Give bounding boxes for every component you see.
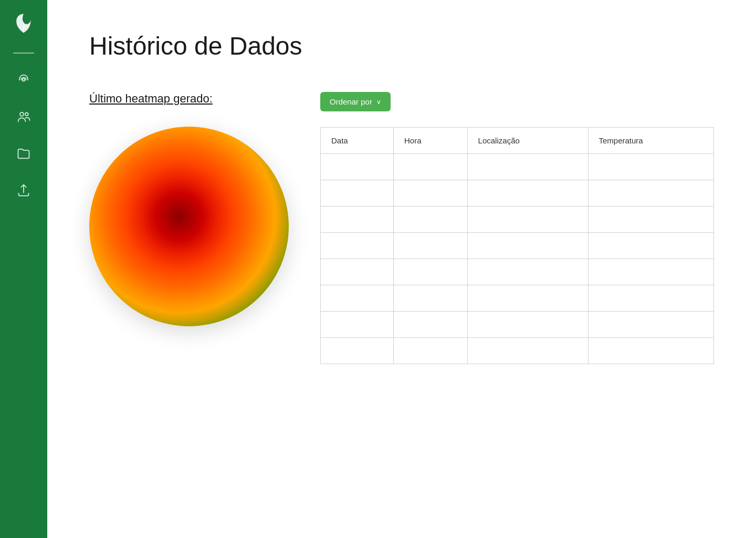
content-area: Último heatmap gerado: Ordenar por ∨ Dat… bbox=[89, 92, 714, 364]
cell bbox=[321, 259, 394, 285]
sidebar bbox=[0, 0, 47, 538]
svg-point-3 bbox=[25, 112, 28, 116]
left-section: Último heatmap gerado: bbox=[89, 92, 289, 326]
cell bbox=[467, 312, 588, 338]
cell bbox=[467, 338, 588, 364]
cell bbox=[467, 259, 588, 285]
cell bbox=[321, 233, 394, 259]
cell bbox=[467, 233, 588, 259]
table-header-row: Data Hora Localização Temperatura bbox=[321, 128, 714, 154]
table-row bbox=[321, 312, 714, 338]
table-body bbox=[321, 154, 714, 364]
svg-point-2 bbox=[20, 112, 24, 116]
cell bbox=[321, 338, 394, 364]
svg-point-1 bbox=[23, 79, 25, 81]
users-icon[interactable] bbox=[13, 106, 34, 127]
sort-label: Ordenar por bbox=[330, 97, 372, 106]
cell bbox=[467, 285, 588, 312]
cell bbox=[394, 180, 468, 206]
upload-icon[interactable] bbox=[13, 180, 34, 201]
cell bbox=[321, 180, 394, 206]
cell bbox=[588, 338, 714, 364]
cell bbox=[588, 233, 714, 259]
cell bbox=[588, 154, 714, 180]
table-row bbox=[321, 206, 714, 233]
cell bbox=[588, 206, 714, 233]
cell bbox=[321, 206, 394, 233]
col-data: Data bbox=[321, 128, 394, 154]
table-row bbox=[321, 233, 714, 259]
right-section: Ordenar por ∨ Data Hora Localização Temp… bbox=[320, 92, 714, 364]
sort-button[interactable]: Ordenar por ∨ bbox=[320, 92, 391, 111]
cell bbox=[588, 180, 714, 206]
data-table: Data Hora Localização Temperatura bbox=[320, 127, 714, 364]
cell bbox=[394, 154, 468, 180]
cell bbox=[588, 259, 714, 285]
page-title: Histórico de Dados bbox=[89, 32, 714, 60]
sidebar-logo bbox=[10, 11, 37, 37]
table-row bbox=[321, 338, 714, 364]
table-row bbox=[321, 259, 714, 285]
subtitle[interactable]: Último heatmap gerado: bbox=[89, 92, 213, 106]
cell bbox=[394, 338, 468, 364]
folder-icon[interactable] bbox=[13, 143, 34, 164]
sidebar-divider bbox=[13, 53, 34, 54]
cell bbox=[467, 206, 588, 233]
main-content: Histórico de Dados Último heatmap gerado… bbox=[47, 0, 756, 538]
cell bbox=[321, 312, 394, 338]
col-hora: Hora bbox=[394, 128, 468, 154]
cell bbox=[467, 154, 588, 180]
cell bbox=[394, 259, 468, 285]
cell bbox=[321, 285, 394, 312]
table-header: Data Hora Localização Temperatura bbox=[321, 128, 714, 154]
chevron-down-icon: ∨ bbox=[376, 98, 381, 106]
cell bbox=[321, 154, 394, 180]
cell bbox=[394, 312, 468, 338]
table-row bbox=[321, 285, 714, 312]
cell bbox=[394, 285, 468, 312]
cell bbox=[394, 206, 468, 233]
cell bbox=[394, 233, 468, 259]
col-localizacao: Localização bbox=[467, 128, 588, 154]
col-temperatura: Temperatura bbox=[588, 128, 714, 154]
table-row bbox=[321, 180, 714, 206]
signal-icon[interactable] bbox=[13, 69, 34, 90]
cell bbox=[588, 312, 714, 338]
toolbar: Ordenar por ∨ bbox=[320, 92, 714, 111]
heatmap-visualization bbox=[89, 127, 289, 326]
cell bbox=[588, 285, 714, 312]
table-row bbox=[321, 154, 714, 180]
cell bbox=[467, 180, 588, 206]
